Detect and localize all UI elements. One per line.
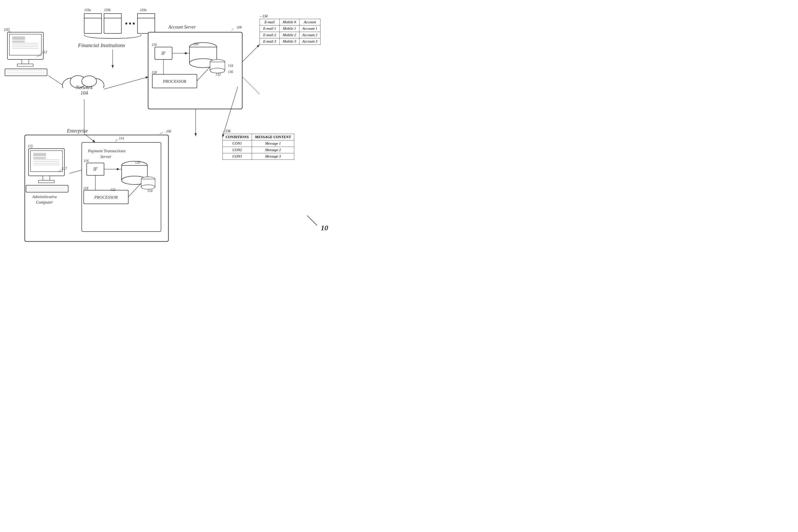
svg-text:Financial Institutions: Financial Institutions <box>78 42 125 48</box>
svg-text:IF: IF <box>93 167 98 172</box>
svg-rect-19 <box>12 41 25 43</box>
svg-text:PROCESSOR: PROCESSOR <box>163 79 187 84</box>
svg-text:128: 128 <box>152 71 157 74</box>
svg-text:104: 104 <box>80 90 88 96</box>
svg-line-47 <box>232 29 233 30</box>
svg-text:110a: 110a <box>84 8 91 12</box>
svg-text:106: 106 <box>166 130 171 133</box>
svg-rect-79 <box>34 153 46 156</box>
svg-rect-24 <box>22 59 29 64</box>
svg-text:114: 114 <box>119 136 124 140</box>
svg-line-76 <box>160 133 163 134</box>
svg-text:118: 118 <box>83 187 88 190</box>
svg-point-62 <box>210 68 225 73</box>
svg-text:110n: 110n <box>140 8 147 12</box>
svg-text:102: 102 <box>4 27 10 32</box>
svg-text:Account Server: Account Server <box>168 24 196 30</box>
svg-text:110b: 110b <box>104 8 111 12</box>
svg-text:115: 115 <box>28 144 33 148</box>
svg-point-6 <box>125 22 127 24</box>
svg-rect-80 <box>34 157 46 159</box>
svg-text:Enterprise: Enterprise <box>66 128 88 134</box>
svg-text:10: 10 <box>321 224 328 232</box>
svg-line-43 <box>104 77 149 89</box>
svg-text:PROCESSOR: PROCESSOR <box>94 195 118 200</box>
svg-rect-85 <box>43 176 50 180</box>
svg-line-71 <box>242 77 260 94</box>
svg-point-67 <box>185 52 187 54</box>
svg-text:117: 117 <box>62 167 67 170</box>
svg-text:134: 134 <box>228 64 233 68</box>
svg-text:120: 120 <box>135 160 140 164</box>
svg-rect-10 <box>137 14 155 18</box>
svg-point-121 <box>117 168 119 170</box>
svg-text:126: 126 <box>152 43 157 46</box>
diagram-container: ⌢ 134 E-mail Mobile # Account E-mail 1 M… <box>0 0 399 266</box>
svg-text:130: 130 <box>193 42 198 46</box>
svg-rect-18 <box>12 37 25 40</box>
svg-text:112: 112 <box>42 50 47 54</box>
svg-rect-3 <box>84 14 101 18</box>
svg-text:Computer: Computer <box>36 200 53 205</box>
svg-text:Payment Transactions: Payment Transactions <box>88 149 126 153</box>
svg-rect-86 <box>38 180 54 183</box>
svg-text:Server: Server <box>100 154 111 159</box>
svg-point-8 <box>133 22 135 24</box>
main-diagram-svg: 110a 110b 110n Financial Institutions 10… <box>0 0 399 266</box>
svg-rect-25 <box>17 64 33 66</box>
svg-text:136: 136 <box>228 70 233 74</box>
svg-text:IF: IF <box>161 51 166 56</box>
svg-line-70 <box>242 44 260 62</box>
svg-text:Network: Network <box>76 85 93 90</box>
svg-text:108: 108 <box>236 25 242 29</box>
svg-point-117 <box>141 185 155 189</box>
svg-rect-5 <box>104 14 121 18</box>
svg-text:132: 132 <box>215 73 221 76</box>
svg-point-7 <box>129 22 131 24</box>
svg-text:Administrative: Administrative <box>32 194 57 199</box>
svg-text:124: 124 <box>147 189 153 193</box>
svg-text:116: 116 <box>84 159 89 163</box>
svg-line-123 <box>307 215 317 225</box>
svg-text:122: 122 <box>110 188 115 191</box>
